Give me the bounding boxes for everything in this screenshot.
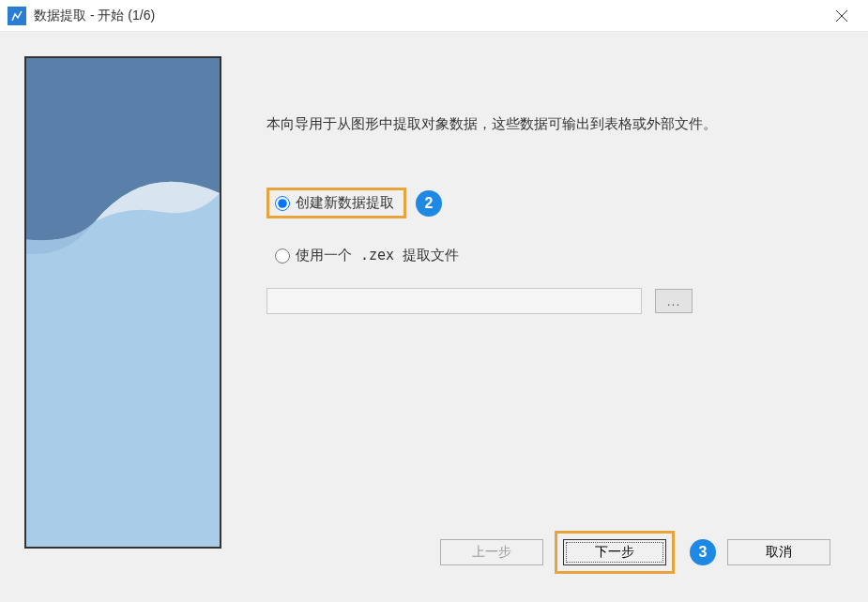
browse-button[interactable]: ... <box>655 289 693 313</box>
page-curl-graphic <box>26 58 220 547</box>
close-button[interactable] <box>823 0 860 32</box>
option-create-new-row: 创建新数据提取 2 <box>266 188 830 218</box>
preview-panel <box>24 56 221 549</box>
file-path-input[interactable] <box>266 288 642 314</box>
radio-create-new[interactable] <box>275 196 290 211</box>
highlight-box-3: 下一步 <box>555 531 675 574</box>
annotation-badge-3: 3 <box>690 539 716 565</box>
prev-button[interactable]: 上一步 <box>440 539 543 565</box>
titlebar: 数据提取 - 开始 (1/6) <box>0 0 868 32</box>
option-use-existing-row: 使用一个 .zex 提取文件 ... <box>266 247 830 314</box>
wizard-description: 本向导用于从图形中提取对象数据，这些数据可输出到表格或外部文件。 <box>266 113 830 135</box>
annotation-badge-2: 2 <box>416 190 442 217</box>
highlight-box-2: 创建新数据提取 <box>266 188 406 218</box>
cancel-button[interactable]: 取消 <box>727 539 830 565</box>
next-button[interactable]: 下一步 <box>563 539 666 565</box>
radio-use-existing[interactable] <box>275 248 290 263</box>
radio-group: 创建新数据提取 2 使用一个 .zex 提取文件 ... <box>266 188 830 314</box>
window-title: 数据提取 - 开始 (1/6) <box>34 8 823 24</box>
radio-create-new-label[interactable]: 创建新数据提取 <box>296 194 394 212</box>
wizard-button-row: 上一步 下一步 3 取消 <box>440 531 830 574</box>
radio-use-existing-label[interactable]: 使用一个 .zex 提取文件 <box>296 247 459 264</box>
content-area: 本向导用于从图形中提取对象数据，这些数据可输出到表格或外部文件。 创建新数据提取… <box>0 32 868 602</box>
main-area: 本向导用于从图形中提取对象数据，这些数据可输出到表格或外部文件。 创建新数据提取… <box>266 56 830 583</box>
app-icon <box>8 7 26 25</box>
file-input-row: ... <box>266 288 830 314</box>
